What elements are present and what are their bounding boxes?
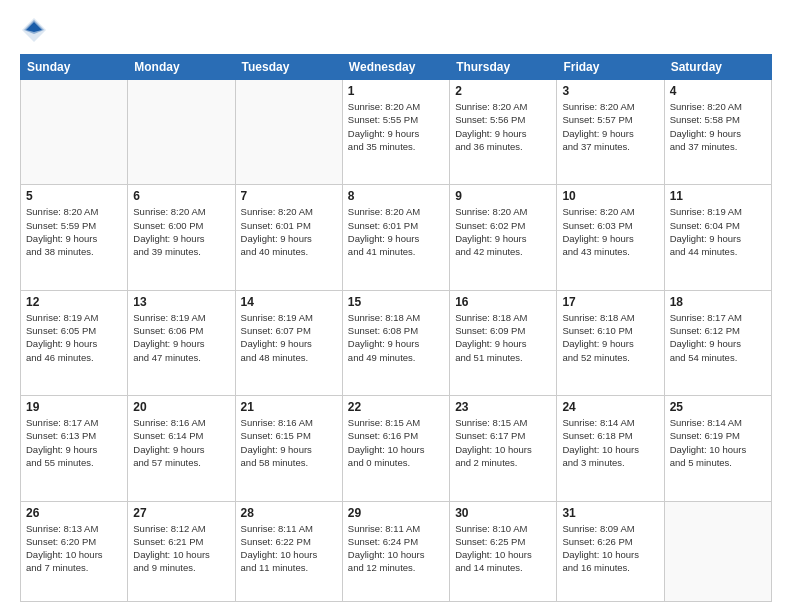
day-info: Sunrise: 8:11 AM Sunset: 6:24 PM Dayligh…	[348, 522, 444, 575]
col-header-thursday: Thursday	[450, 55, 557, 80]
day-info: Sunrise: 8:10 AM Sunset: 6:25 PM Dayligh…	[455, 522, 551, 575]
calendar-cell: 29Sunrise: 8:11 AM Sunset: 6:24 PM Dayli…	[342, 501, 449, 602]
day-info: Sunrise: 8:18 AM Sunset: 6:10 PM Dayligh…	[562, 311, 658, 364]
day-number: 9	[455, 189, 551, 203]
calendar-cell: 9Sunrise: 8:20 AM Sunset: 6:02 PM Daylig…	[450, 185, 557, 290]
day-info: Sunrise: 8:14 AM Sunset: 6:18 PM Dayligh…	[562, 416, 658, 469]
week-row-0: 1Sunrise: 8:20 AM Sunset: 5:55 PM Daylig…	[21, 80, 772, 185]
week-row-3: 19Sunrise: 8:17 AM Sunset: 6:13 PM Dayli…	[21, 396, 772, 501]
day-number: 2	[455, 84, 551, 98]
day-number: 20	[133, 400, 229, 414]
week-row-4: 26Sunrise: 8:13 AM Sunset: 6:20 PM Dayli…	[21, 501, 772, 602]
calendar-cell: 28Sunrise: 8:11 AM Sunset: 6:22 PM Dayli…	[235, 501, 342, 602]
calendar-cell: 15Sunrise: 8:18 AM Sunset: 6:08 PM Dayli…	[342, 290, 449, 395]
day-number: 16	[455, 295, 551, 309]
day-number: 12	[26, 295, 122, 309]
day-number: 24	[562, 400, 658, 414]
day-info: Sunrise: 8:20 AM Sunset: 5:55 PM Dayligh…	[348, 100, 444, 153]
day-number: 10	[562, 189, 658, 203]
day-number: 23	[455, 400, 551, 414]
day-number: 13	[133, 295, 229, 309]
calendar-table: SundayMondayTuesdayWednesdayThursdayFrid…	[20, 54, 772, 602]
calendar-cell: 20Sunrise: 8:16 AM Sunset: 6:14 PM Dayli…	[128, 396, 235, 501]
calendar-cell: 21Sunrise: 8:16 AM Sunset: 6:15 PM Dayli…	[235, 396, 342, 501]
day-info: Sunrise: 8:20 AM Sunset: 5:56 PM Dayligh…	[455, 100, 551, 153]
calendar-cell	[235, 80, 342, 185]
day-info: Sunrise: 8:19 AM Sunset: 6:04 PM Dayligh…	[670, 205, 766, 258]
calendar-cell: 17Sunrise: 8:18 AM Sunset: 6:10 PM Dayli…	[557, 290, 664, 395]
col-header-sunday: Sunday	[21, 55, 128, 80]
day-info: Sunrise: 8:20 AM Sunset: 5:58 PM Dayligh…	[670, 100, 766, 153]
calendar-cell: 13Sunrise: 8:19 AM Sunset: 6:06 PM Dayli…	[128, 290, 235, 395]
calendar-cell: 3Sunrise: 8:20 AM Sunset: 5:57 PM Daylig…	[557, 80, 664, 185]
calendar-cell: 23Sunrise: 8:15 AM Sunset: 6:17 PM Dayli…	[450, 396, 557, 501]
calendar-cell: 25Sunrise: 8:14 AM Sunset: 6:19 PM Dayli…	[664, 396, 771, 501]
calendar-cell: 10Sunrise: 8:20 AM Sunset: 6:03 PM Dayli…	[557, 185, 664, 290]
calendar-cell	[664, 501, 771, 602]
calendar-cell: 18Sunrise: 8:17 AM Sunset: 6:12 PM Dayli…	[664, 290, 771, 395]
calendar-cell: 4Sunrise: 8:20 AM Sunset: 5:58 PM Daylig…	[664, 80, 771, 185]
day-info: Sunrise: 8:20 AM Sunset: 6:01 PM Dayligh…	[348, 205, 444, 258]
day-info: Sunrise: 8:17 AM Sunset: 6:12 PM Dayligh…	[670, 311, 766, 364]
day-info: Sunrise: 8:20 AM Sunset: 5:59 PM Dayligh…	[26, 205, 122, 258]
calendar-cell: 7Sunrise: 8:20 AM Sunset: 6:01 PM Daylig…	[235, 185, 342, 290]
day-info: Sunrise: 8:16 AM Sunset: 6:14 PM Dayligh…	[133, 416, 229, 469]
day-number: 18	[670, 295, 766, 309]
calendar-cell: 14Sunrise: 8:19 AM Sunset: 6:07 PM Dayli…	[235, 290, 342, 395]
col-header-monday: Monday	[128, 55, 235, 80]
day-number: 21	[241, 400, 337, 414]
day-number: 15	[348, 295, 444, 309]
day-number: 26	[26, 506, 122, 520]
day-number: 11	[670, 189, 766, 203]
logo	[20, 16, 52, 44]
day-number: 6	[133, 189, 229, 203]
calendar-cell: 19Sunrise: 8:17 AM Sunset: 6:13 PM Dayli…	[21, 396, 128, 501]
day-info: Sunrise: 8:19 AM Sunset: 6:06 PM Dayligh…	[133, 311, 229, 364]
week-row-1: 5Sunrise: 8:20 AM Sunset: 5:59 PM Daylig…	[21, 185, 772, 290]
col-header-wednesday: Wednesday	[342, 55, 449, 80]
page: SundayMondayTuesdayWednesdayThursdayFrid…	[0, 0, 792, 612]
day-info: Sunrise: 8:20 AM Sunset: 6:02 PM Dayligh…	[455, 205, 551, 258]
day-number: 27	[133, 506, 229, 520]
day-number: 5	[26, 189, 122, 203]
day-info: Sunrise: 8:20 AM Sunset: 6:00 PM Dayligh…	[133, 205, 229, 258]
day-info: Sunrise: 8:18 AM Sunset: 6:08 PM Dayligh…	[348, 311, 444, 364]
day-info: Sunrise: 8:13 AM Sunset: 6:20 PM Dayligh…	[26, 522, 122, 575]
day-info: Sunrise: 8:14 AM Sunset: 6:19 PM Dayligh…	[670, 416, 766, 469]
day-info: Sunrise: 8:20 AM Sunset: 5:57 PM Dayligh…	[562, 100, 658, 153]
day-number: 22	[348, 400, 444, 414]
week-row-2: 12Sunrise: 8:19 AM Sunset: 6:05 PM Dayli…	[21, 290, 772, 395]
day-info: Sunrise: 8:17 AM Sunset: 6:13 PM Dayligh…	[26, 416, 122, 469]
calendar-cell: 6Sunrise: 8:20 AM Sunset: 6:00 PM Daylig…	[128, 185, 235, 290]
calendar-cell: 5Sunrise: 8:20 AM Sunset: 5:59 PM Daylig…	[21, 185, 128, 290]
day-info: Sunrise: 8:15 AM Sunset: 6:17 PM Dayligh…	[455, 416, 551, 469]
calendar-cell: 11Sunrise: 8:19 AM Sunset: 6:04 PM Dayli…	[664, 185, 771, 290]
col-header-friday: Friday	[557, 55, 664, 80]
day-number: 7	[241, 189, 337, 203]
day-number: 17	[562, 295, 658, 309]
header-row: SundayMondayTuesdayWednesdayThursdayFrid…	[21, 55, 772, 80]
calendar-cell: 1Sunrise: 8:20 AM Sunset: 5:55 PM Daylig…	[342, 80, 449, 185]
day-info: Sunrise: 8:16 AM Sunset: 6:15 PM Dayligh…	[241, 416, 337, 469]
day-number: 14	[241, 295, 337, 309]
calendar-cell	[128, 80, 235, 185]
col-header-tuesday: Tuesday	[235, 55, 342, 80]
day-number: 25	[670, 400, 766, 414]
day-number: 30	[455, 506, 551, 520]
day-info: Sunrise: 8:20 AM Sunset: 6:01 PM Dayligh…	[241, 205, 337, 258]
calendar-cell: 2Sunrise: 8:20 AM Sunset: 5:56 PM Daylig…	[450, 80, 557, 185]
calendar-cell: 30Sunrise: 8:10 AM Sunset: 6:25 PM Dayli…	[450, 501, 557, 602]
day-info: Sunrise: 8:11 AM Sunset: 6:22 PM Dayligh…	[241, 522, 337, 575]
day-info: Sunrise: 8:19 AM Sunset: 6:05 PM Dayligh…	[26, 311, 122, 364]
day-info: Sunrise: 8:09 AM Sunset: 6:26 PM Dayligh…	[562, 522, 658, 575]
calendar-cell	[21, 80, 128, 185]
day-number: 3	[562, 84, 658, 98]
calendar-cell: 27Sunrise: 8:12 AM Sunset: 6:21 PM Dayli…	[128, 501, 235, 602]
day-info: Sunrise: 8:20 AM Sunset: 6:03 PM Dayligh…	[562, 205, 658, 258]
calendar-cell: 8Sunrise: 8:20 AM Sunset: 6:01 PM Daylig…	[342, 185, 449, 290]
day-info: Sunrise: 8:18 AM Sunset: 6:09 PM Dayligh…	[455, 311, 551, 364]
day-number: 4	[670, 84, 766, 98]
calendar-cell: 26Sunrise: 8:13 AM Sunset: 6:20 PM Dayli…	[21, 501, 128, 602]
day-info: Sunrise: 8:15 AM Sunset: 6:16 PM Dayligh…	[348, 416, 444, 469]
calendar-cell: 24Sunrise: 8:14 AM Sunset: 6:18 PM Dayli…	[557, 396, 664, 501]
